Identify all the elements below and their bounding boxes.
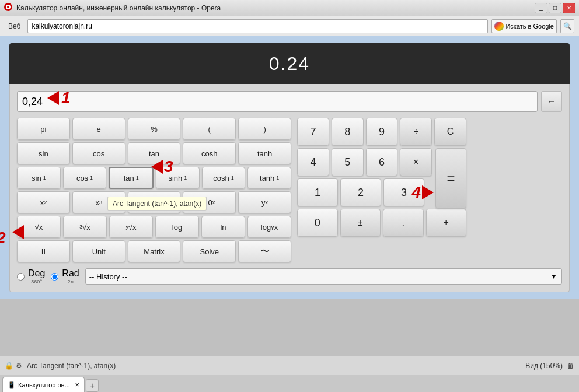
minimize-button[interactable]: _ xyxy=(535,3,547,13)
rad-radio-group: Rad 2π xyxy=(51,268,79,285)
btn-tanh[interactable]: tanh xyxy=(238,142,291,164)
btn-7[interactable]: 7 xyxy=(297,118,329,146)
equals-area: = xyxy=(435,148,466,209)
btn-6[interactable]: 6 xyxy=(366,148,398,176)
btn-plusminus[interactable]: ± xyxy=(340,209,381,237)
btn-equals[interactable]: = xyxy=(435,148,466,209)
status-icons: 🔒 ⚙ xyxy=(5,362,22,370)
num-row-4: 0 ± . + xyxy=(297,209,466,237)
btn-percent[interactable]: % xyxy=(128,118,181,140)
tab-close-icon[interactable]: ✕ xyxy=(75,382,79,388)
btn-clear[interactable]: C xyxy=(434,118,466,146)
btn-atan[interactable]: tan-1 xyxy=(109,167,154,189)
display-value: 0.24 xyxy=(269,53,310,75)
btn-ln[interactable]: ln xyxy=(201,216,245,238)
btn-solve[interactable]: Solve xyxy=(183,240,236,262)
btn-row-5: √x 3√x y√x log ln logyx xyxy=(17,216,291,238)
btn-close-paren[interactable]: ) xyxy=(238,118,291,140)
btn-tan[interactable]: tan xyxy=(128,142,181,164)
btn-row-6: II Unit Matrix Solve 〜 xyxy=(17,240,291,262)
btn-acosh[interactable]: cosh-1 xyxy=(202,167,246,189)
btn-cbrt[interactable]: 3√x xyxy=(63,216,107,238)
bottom-row: Deg 360° Rad 2π -- History -- ▼ xyxy=(17,268,562,285)
btn-5[interactable]: 5 xyxy=(332,148,364,176)
maximize-button[interactable]: □ xyxy=(549,3,561,13)
new-tab-button[interactable]: + xyxy=(86,379,99,392)
calc-input[interactable] xyxy=(17,91,538,112)
history-select-wrapper: -- History -- ▼ xyxy=(85,268,562,285)
google-search-box[interactable]: Искать в Google xyxy=(491,19,557,33)
google-placeholder: Искать в Google xyxy=(505,23,554,30)
deg-radio[interactable] xyxy=(17,273,25,281)
left-column: pi e % ( ) sin cos tan cosh tanh xyxy=(17,118,291,265)
rad-sub: 2π xyxy=(62,279,79,285)
btn-cos[interactable]: cos xyxy=(72,142,125,164)
backspace-icon: ← xyxy=(547,96,556,107)
status-url: Arc Tangent (tan^-1), atan(x) xyxy=(27,362,521,370)
tab-label: Калькулятор он... xyxy=(18,382,70,388)
url-input[interactable] xyxy=(27,19,488,33)
btn-row-2: sin cos tan cosh tanh xyxy=(17,142,291,164)
btn-matrix[interactable]: Matrix xyxy=(128,240,181,262)
tooltip-text: Arc Tangent (tan^-1), atan(x) xyxy=(113,200,201,208)
btn-mul[interactable]: × xyxy=(400,148,432,176)
btn-yx[interactable]: yx xyxy=(238,191,291,214)
btn-constants[interactable]: II xyxy=(17,240,70,262)
annotation-2: 2 xyxy=(0,229,6,247)
btn-atanh[interactable]: tanh-1 xyxy=(247,167,291,189)
calc-columns: pi e % ( ) sin cos tan cosh tanh xyxy=(17,118,562,265)
btn-open-paren[interactable]: ( xyxy=(183,118,236,140)
calc-display-header: 0.24 xyxy=(9,43,570,84)
btn-pi[interactable]: pi xyxy=(17,118,70,140)
rad-label: Rad 2π xyxy=(62,268,79,285)
backspace-button[interactable]: ← xyxy=(541,91,562,112)
btn-asin[interactable]: sin-1 xyxy=(17,167,61,189)
right-column: 7 8 9 ÷ C 4 5 6 × xyxy=(297,118,466,265)
deg-label: Deg 360° xyxy=(28,268,45,285)
rad-radio[interactable] xyxy=(51,273,58,281)
btn-e[interactable]: e xyxy=(72,118,125,140)
active-tab[interactable]: 📱 Калькулятор он... ✕ xyxy=(2,377,85,392)
btn-x2[interactable]: x2 xyxy=(17,191,70,214)
browser-icon xyxy=(4,2,13,14)
btn-decimal[interactable]: . xyxy=(383,209,424,237)
window-title: Калькулятор онлайн, инженерный онлайн ка… xyxy=(16,4,531,12)
trash-icon: 🗑 xyxy=(567,362,574,370)
btn-cosh[interactable]: cosh xyxy=(183,142,236,164)
google-icon xyxy=(494,22,504,31)
btn-sqrt[interactable]: √x xyxy=(17,216,61,238)
btn-asinh[interactable]: sinh-1 xyxy=(156,167,200,189)
btn-unit[interactable]: Unit xyxy=(72,240,125,262)
main-content: 0.24 1 ← pi xyxy=(0,36,579,299)
search-button[interactable]: 🔍 xyxy=(560,19,574,33)
web-label: Веб xyxy=(5,21,24,32)
zoom-level: Вид (150%) xyxy=(525,362,563,370)
input-row: 1 ← xyxy=(17,91,562,112)
tab-bar: 📱 Калькулятор он... ✕ + xyxy=(0,374,579,392)
btn-acos[interactable]: cos-1 xyxy=(63,167,107,189)
btn-yroot[interactable]: y√x xyxy=(109,216,153,238)
btn-8[interactable]: 8 xyxy=(332,118,364,146)
btn-plus[interactable]: + xyxy=(426,209,467,237)
svg-point-2 xyxy=(7,6,9,8)
btn-1[interactable]: 1 xyxy=(297,178,338,206)
deg-sub: 360° xyxy=(28,279,45,285)
title-bar: Калькулятор онлайн, инженерный онлайн ка… xyxy=(0,0,579,16)
btn-log[interactable]: log xyxy=(155,216,199,238)
btn-sin[interactable]: sin xyxy=(17,142,70,164)
btn-logy[interactable]: logyx xyxy=(247,216,291,238)
btn-3[interactable]: 3 xyxy=(383,178,424,206)
btn-0[interactable]: 0 xyxy=(297,209,338,237)
btn-div[interactable]: ÷ xyxy=(400,118,432,146)
btn-2[interactable]: 2 xyxy=(340,178,381,206)
num-row-1: 7 8 9 ÷ C xyxy=(297,118,466,146)
btn-9[interactable]: 9 xyxy=(366,118,398,146)
btn-graph[interactable]: 〜 xyxy=(238,240,291,262)
history-select[interactable]: -- History -- xyxy=(85,268,562,285)
tooltip: Arc Tangent (tan^-1), atan(x) xyxy=(107,197,207,211)
btn-4[interactable]: 4 xyxy=(297,148,329,176)
close-button[interactable]: ✕ xyxy=(563,3,575,13)
status-bar: 🔒 ⚙ Arc Tangent (tan^-1), atan(x) Вид (1… xyxy=(0,356,579,374)
window-controls: _ □ ✕ xyxy=(535,3,575,13)
tab-favicon: 📱 xyxy=(8,381,16,388)
